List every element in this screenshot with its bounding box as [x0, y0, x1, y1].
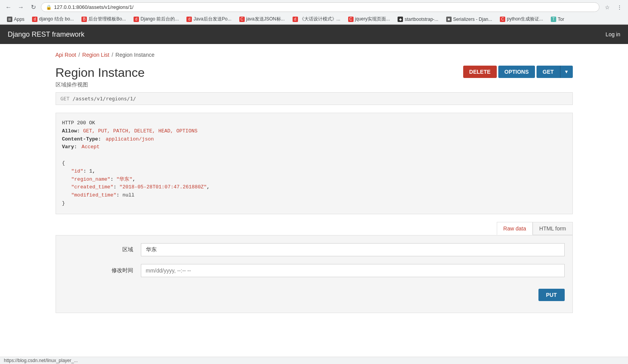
modified-time-input[interactable] — [141, 264, 565, 277]
url-path: /assets/v1/regions/1/ — [73, 96, 136, 102]
form-footer: PUT — [64, 285, 565, 305]
bookmark-django-label: django 结合 bo... — [39, 16, 74, 22]
refresh-button[interactable]: ↻ — [29, 3, 38, 12]
jquery-favicon: C — [348, 17, 354, 22]
vary-val: Accept — [81, 144, 100, 150]
bookmark-java1-label: Java后台发送Po... — [193, 16, 231, 22]
json-region-name-val: "华东" — [117, 176, 133, 182]
bookmark-design[interactable]: d 《大话设计模式》... — [289, 15, 344, 23]
page-header: Region Instance 区域操作视图 DELETE OPTIONS GE… — [56, 66, 573, 88]
bookmark-tor[interactable]: T Tor — [548, 16, 567, 23]
bookmark-apps[interactable]: ⊞ Apps — [4, 16, 27, 23]
vary-header: Vary: Accept — [62, 143, 566, 151]
address-bar[interactable]: 🔒 127.0.0.1:8060/assets/v1/regions/1/ — [41, 2, 599, 12]
bookmark-jquery[interactable]: C jquery实现页面... — [345, 15, 393, 23]
apps-favicon: ⊞ — [7, 17, 12, 22]
page-subtitle: 区域操作视图 — [56, 81, 145, 88]
get-button[interactable]: GET — [537, 66, 560, 78]
json-colon4: : — [117, 192, 123, 198]
json-created-time-row: "created_time": "2018-05-28T01:07:47.261… — [71, 183, 566, 191]
allow-key: Allow: — [62, 128, 80, 134]
bookmark-admin-label: 后台管理模板Bo... — [88, 16, 126, 22]
design-favicon: d — [293, 17, 298, 22]
top-nav: Django REST framework Log in — [0, 25, 628, 44]
browser-toolbar: ← → ↻ 🔒 127.0.0.1:8060/assets/v1/regions… — [0, 0, 628, 14]
bookmark-tor-label: Tor — [558, 17, 564, 22]
page-title-section: Region Instance 区域操作视图 — [56, 66, 145, 88]
main-content: Api Root / Region List / Region Instance… — [44, 44, 584, 321]
tab-raw-data[interactable]: Raw data — [497, 222, 533, 235]
login-button[interactable]: Log in — [606, 31, 620, 37]
bookmark-startbootstrap[interactable]: ◆ startbootstrap-... — [394, 16, 441, 23]
get-button-group: GET ▼ — [537, 66, 573, 78]
form-section: 区域 修改时间 PUT — [56, 235, 573, 313]
json-region-name-row: "region_name": "华东", — [71, 176, 566, 184]
json-id-row: "id": 1, — [71, 168, 566, 176]
lock-icon: 🔒 — [46, 5, 52, 10]
breadcrumb-sep1: / — [78, 52, 80, 58]
json-created-time-key: "created_time" — [71, 184, 113, 190]
bookmark-java1[interactable]: d Java后台发送Po... — [183, 15, 234, 23]
bookmark-design-label: 《大话设计模式》... — [300, 16, 340, 22]
form-row-modified-time: 修改时间 — [64, 264, 565, 277]
bookmark-django2-label: Django 前后台的... — [140, 16, 179, 22]
bookmark-serializers[interactable]: ■ Serializers - Djan... — [443, 16, 495, 23]
region-input[interactable] — [141, 243, 565, 256]
django-favicon: d — [32, 17, 37, 22]
tab-html-form[interactable]: HTML form — [533, 222, 572, 235]
allow-header: Allow: GET, PUT, PATCH, DELETE, HEAD, OP… — [62, 127, 566, 135]
json-id-key: "id" — [71, 168, 83, 174]
json-region-name-key: "region_name" — [71, 176, 110, 182]
bookmark-django2[interactable]: d Django 前后台的... — [130, 15, 182, 23]
bookmark-java2[interactable]: C java发送JSON标... — [236, 15, 288, 23]
serializers-favicon: ■ — [446, 17, 452, 22]
vary-key: Vary: — [62, 144, 77, 150]
http-status-line: HTTP 200 OK — [62, 119, 566, 127]
bookmark-admin[interactable]: B 后台管理模板Bo... — [78, 15, 129, 23]
breadcrumb-region-list[interactable]: Region List — [82, 52, 109, 58]
breadcrumb-current: Region Instance — [115, 52, 154, 58]
breadcrumb-api-root[interactable]: Api Root — [56, 52, 76, 58]
java1-favicon: d — [186, 17, 192, 22]
options-button[interactable]: OPTIONS — [498, 66, 535, 78]
page-title: Region Instance — [56, 66, 145, 80]
response-block: HTTP 200 OK Allow: GET, PUT, PATCH, DELE… — [56, 113, 573, 214]
get-dropdown-button[interactable]: ▼ — [560, 66, 573, 78]
bookmark-python[interactable]: C python生成验证... — [497, 15, 546, 23]
json-close-brace: } — [62, 200, 566, 208]
bookmark-python-label: python生成验证... — [507, 16, 543, 22]
bookmark-serializers-label: Serializers - Djan... — [453, 17, 492, 22]
json-modified-time-key: "modified_time" — [71, 192, 117, 198]
menu-button[interactable]: ⋮ — [615, 3, 624, 12]
content-type-header: Content-Type: application/json — [62, 135, 566, 144]
bookmark-java2-label: java发送JSON标... — [246, 16, 285, 22]
admin-favicon: B — [81, 17, 87, 22]
forward-button[interactable]: → — [16, 3, 25, 12]
bookmarks-bar: ⊞ Apps d django 结合 bo... B 后台管理模板Bo... d… — [0, 14, 628, 24]
content-type-val-text: application/json — [106, 136, 154, 142]
form-tabs: Raw data HTML form — [56, 222, 573, 235]
allow-val: GET, PUT, PATCH, DELETE, HEAD, OPTIONS — [83, 128, 197, 134]
put-button[interactable]: PUT — [538, 289, 565, 301]
bookmark-jquery-label: jquery实现页面... — [355, 16, 390, 22]
django2-favicon: d — [134, 17, 139, 22]
back-button[interactable]: ← — [4, 3, 13, 12]
json-colon3: : — [113, 184, 120, 190]
python-favicon: C — [500, 17, 505, 22]
url-display: GET/assets/v1/regions/1/ — [56, 92, 573, 105]
json-modified-time-val: null — [122, 192, 134, 198]
bookmark-bootstrap-label: startbootstrap-... — [405, 17, 438, 22]
star-button[interactable]: ☆ — [603, 3, 612, 12]
brand-name[interactable]: Django REST framework — [8, 30, 85, 39]
delete-button[interactable]: DELETE — [463, 66, 497, 78]
json-open-brace: { — [62, 159, 566, 168]
bookmark-django[interactable]: d django 结合 bo... — [29, 15, 77, 23]
tor-favicon: T — [551, 17, 556, 22]
bookmark-apps-label: Apps — [14, 17, 24, 22]
json-created-time-val: "2018-05-28T01:07:47.261880Z" — [119, 184, 207, 190]
content-type-key: Content-Type: — [62, 136, 101, 142]
region-label: 区域 — [64, 246, 141, 253]
java2-favicon: C — [239, 17, 245, 22]
json-modified-time-row: "modified_time": null — [71, 191, 566, 200]
url-method: GET — [61, 96, 69, 102]
